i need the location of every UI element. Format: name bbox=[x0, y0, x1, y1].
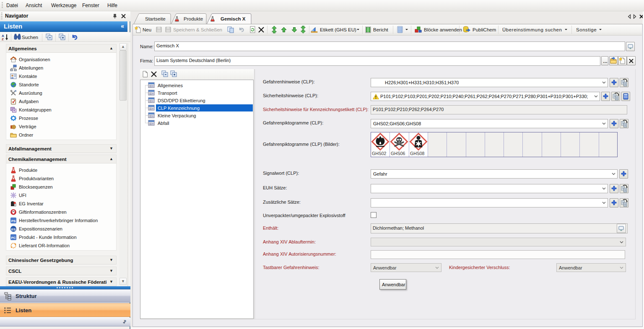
svg-text:PC: PC bbox=[11, 236, 16, 240]
svg-text:ES: ES bbox=[11, 228, 16, 231]
svg-text:Z: Z bbox=[2, 37, 4, 41]
svg-text:PS: PS bbox=[11, 219, 16, 223]
